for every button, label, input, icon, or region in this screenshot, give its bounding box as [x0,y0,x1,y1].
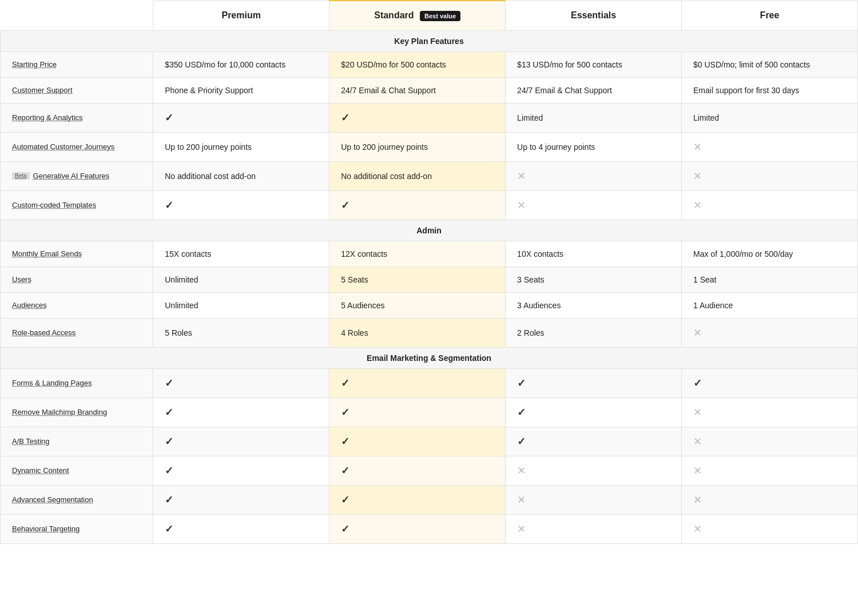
check-cell: ✓ [329,485,506,514]
check-icon: ✓ [165,407,173,418]
feature-label: Remove Mailchimp Branding [1,398,153,427]
check-icon: ✓ [165,200,173,211]
check-cell: ✓ [153,103,329,132]
check-cell: ✓ [329,456,506,485]
table-row: Starting Price$350 USD/mo for 10,000 con… [1,51,858,77]
best-value-badge: Best value [420,11,460,21]
free-column-header: Free [682,1,858,30]
feature-label: Reporting & Analytics [1,103,153,132]
check-cell: ✓ [329,514,506,543]
table-row: UsersUnlimited5 Seats3 Seats1 Seat [1,267,858,292]
x-icon: ✕ [517,170,526,182]
value-cell: 4 Roles [329,318,506,347]
value-cell: 3 Seats [506,267,682,292]
value-cell: Limited [506,103,682,132]
section-title: Admin [1,220,858,241]
feature-label: Monthly Email Sends [1,241,153,267]
x-icon: ✕ [517,200,526,211]
value-cell: Up to 200 journey points [329,132,506,161]
x-cell: ✕ [506,456,682,485]
feature-label: Behavioral Targeting [1,514,153,543]
value-cell: Up to 200 journey points [153,132,329,161]
table-row: Forms & Landing Pages✓✓✓✓ [1,368,858,398]
feature-label: Automated Customer Journeys [1,132,153,161]
value-cell: 12X contacts [329,241,506,267]
value-cell: 5 Roles [153,318,329,347]
check-icon: ✓ [517,436,526,447]
premium-column-header: Premium [153,1,329,30]
section-title: Key Plan Features [1,30,858,51]
check-cell: ✓ [329,190,506,220]
section-title: Email Marketing & Segmentation [1,347,858,368]
feature-label: BetaGenerative AI Features [1,161,153,190]
value-cell: 5 Audiences [329,292,506,318]
section-header-row: Key Plan Features [1,30,858,51]
check-icon: ✓ [341,436,349,447]
check-cell: ✓ [329,398,506,427]
value-cell: 3 Audiences [506,292,682,318]
x-icon: ✕ [517,465,526,476]
table-row: Dynamic Content✓✓✕✕ [1,456,858,485]
value-cell: $350 USD/mo for 10,000 contacts [153,51,329,77]
check-icon: ✓ [165,494,173,506]
value-cell: Max of 1,000/mo or 500/day [682,241,858,267]
check-cell: ✓ [153,190,329,220]
x-cell: ✕ [506,190,682,220]
beta-badge: Beta [12,172,30,180]
check-icon: ✓ [341,494,349,506]
table-row: Remove Mailchimp Branding✓✓✓✕ [1,398,858,427]
x-icon: ✕ [693,170,702,182]
check-cell: ✓ [153,427,329,456]
x-icon: ✕ [693,465,702,476]
x-icon: ✕ [693,200,702,211]
x-cell: ✕ [682,398,858,427]
feature-label: Customer Support [1,77,153,103]
value-cell: Unlimited [153,292,329,318]
x-cell: ✕ [506,485,682,514]
section-header-row: Email Marketing & Segmentation [1,347,858,368]
comparison-table-wrap: Premium Standard Best value Essentials F… [0,0,858,544]
value-cell: Unlimited [153,267,329,292]
check-icon: ✓ [341,112,349,124]
check-icon: ✓ [165,377,173,389]
table-row: AudiencesUnlimited5 Audiences3 Audiences… [1,292,858,318]
x-icon: ✕ [693,494,702,506]
x-icon: ✕ [693,141,702,153]
check-icon: ✓ [165,465,173,476]
value-cell: No additional cost add-on [329,161,506,190]
x-cell: ✕ [682,456,858,485]
x-cell: ✕ [682,485,858,514]
check-cell: ✓ [329,427,506,456]
feature-label: Role-based Access [1,318,153,347]
check-cell: ✓ [153,456,329,485]
x-cell: ✕ [506,514,682,543]
feature-label: Users [1,267,153,292]
essentials-label: Essentials [571,10,616,20]
x-cell: ✕ [682,427,858,456]
feature-label: Dynamic Content [1,456,153,485]
feature-label: Custom-coded Templates [1,190,153,220]
check-icon: ✓ [341,465,349,476]
feature-label: Audiences [1,292,153,318]
value-cell: 5 Seats [329,267,506,292]
value-cell: $0 USD/mo; limit of 500 contacts [682,51,858,77]
value-cell: Email support for first 30 days [682,77,858,103]
x-cell: ✕ [682,132,858,161]
check-icon: ✓ [693,377,702,389]
table-row: BetaGenerative AI FeaturesNo additional … [1,161,858,190]
x-icon: ✕ [693,407,702,418]
feature-label: Forms & Landing Pages [1,368,153,398]
check-cell: ✓ [153,514,329,543]
check-cell: ✓ [682,368,858,398]
check-cell: ✓ [506,368,682,398]
check-icon: ✓ [165,436,173,447]
table-row: Customer SupportPhone & Priority Support… [1,77,858,103]
value-cell: 15X contacts [153,241,329,267]
check-cell: ✓ [153,485,329,514]
value-cell: 10X contacts [506,241,682,267]
check-icon: ✓ [165,112,173,124]
feature-label: A/B Testing [1,427,153,456]
x-cell: ✕ [682,514,858,543]
feature-name: Generative AI Features [33,172,110,180]
feature-column-header [1,1,153,30]
